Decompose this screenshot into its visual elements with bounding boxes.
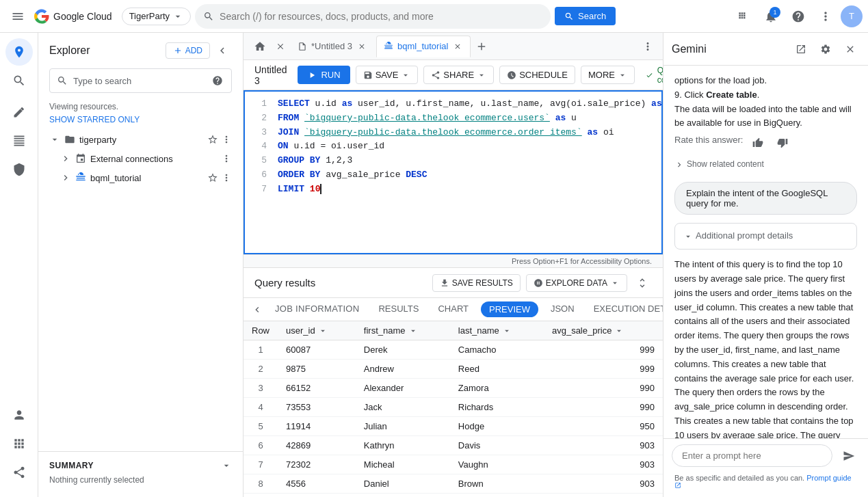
thumbs-down-btn-1[interactable] — [773, 133, 792, 152]
show-starred-link[interactable]: SHOW STARRED ONLY — [49, 115, 140, 124]
gemini-create-table-link[interactable]: Create table — [706, 90, 757, 100]
menu-icon[interactable] — [5, 4, 30, 29]
summary-chevron-icon — [221, 460, 232, 471]
add-tab-btn[interactable] — [472, 37, 491, 56]
gemini-send-btn[interactable] — [838, 445, 860, 467]
rail-search-icon[interactable] — [5, 67, 33, 94]
tab-job-info[interactable]: JOB INFORMATION — [265, 298, 369, 321]
more-vert-bqml-icon[interactable] — [221, 172, 232, 183]
col-avg-sale-price-header[interactable]: avg_sale_price — [544, 321, 663, 340]
download-icon — [440, 278, 449, 288]
explain-btn[interactable]: Explain the intent of the GoogleSQL quer… — [674, 182, 857, 215]
schedule-btn[interactable]: SCHEDULE — [499, 66, 575, 84]
search-btn-label: Search — [578, 11, 606, 21]
bqml-tutorial-item[interactable]: bqml_tutorial — [38, 168, 243, 187]
tab-bqml-tutorial[interactable]: bqml_tutorial — [376, 36, 471, 57]
rail-share-icon[interactable] — [5, 459, 33, 486]
sidebar: Explorer ADD Type to search View — [38, 33, 244, 497]
grid-icon-btn[interactable] — [731, 4, 756, 29]
open-in-new-icon — [795, 44, 806, 55]
col-last-name-header[interactable]: last_name — [450, 321, 544, 340]
tab-results[interactable]: RESULTS — [369, 298, 428, 321]
gemini-prompt-input[interactable] — [672, 444, 832, 467]
close-bqml-btn[interactable] — [452, 41, 463, 52]
gemini-prompt-area — [663, 438, 868, 472]
rail-compose-icon[interactable] — [5, 98, 33, 126]
rail-apps-icon[interactable] — [5, 430, 33, 457]
gemini-open-icon-btn[interactable] — [791, 40, 811, 59]
search-button[interactable]: Search — [555, 7, 616, 25]
share-btn[interactable]: SHARE — [423, 66, 494, 84]
rail-settings-icon[interactable] — [5, 156, 33, 183]
save-icon — [363, 70, 373, 80]
table-row: 6 42869 Kathryn Davis 903 — [244, 436, 663, 455]
save-results-btn[interactable]: SAVE RESULTS — [432, 274, 521, 292]
sort-last-name-icon — [502, 326, 512, 336]
code-line-4: 4 ON u.id = oi.user_id — [245, 139, 661, 154]
close-untitled3-btn[interactable] — [356, 41, 367, 52]
help-btn[interactable] — [786, 4, 811, 29]
thumbs-up-btn-1[interactable] — [748, 133, 767, 152]
notification-btn[interactable]: 1 — [759, 4, 783, 29]
home-icon — [254, 40, 266, 53]
results-prev-btn[interactable] — [249, 301, 265, 318]
tab-bar: *Untitled 3 bqml_tutorial — [244, 33, 663, 60]
more-vert-ext-icon[interactable] — [221, 153, 232, 164]
gemini-close-btn[interactable] — [841, 40, 860, 59]
gemini-settings-btn[interactable] — [816, 40, 835, 59]
show-related-1[interactable]: Show related content — [674, 158, 857, 171]
col-user-id-header[interactable]: user_id — [278, 321, 356, 340]
rail-explorer-icon[interactable] — [5, 38, 33, 66]
summary-header[interactable]: SUMMARY — [49, 460, 232, 471]
tab-untitled3[interactable]: *Untitled 3 — [290, 36, 375, 57]
tab-preview[interactable]: PREVIEW — [481, 301, 538, 317]
accessibility-bar: Press Option+F1 for Accessibility Option… — [244, 254, 663, 267]
external-connections-item[interactable]: External connections — [38, 149, 243, 168]
collapse-sidebar-btn[interactable] — [213, 41, 232, 60]
explore-icon — [534, 278, 543, 288]
tab-json[interactable]: JSON — [541, 298, 584, 321]
project-selector[interactable]: TigerParty — [122, 8, 191, 25]
results-table[interactable]: Row user_id first_name — [244, 321, 663, 497]
tab-more-options-btn[interactable] — [638, 37, 657, 56]
save-btn[interactable]: SAVE — [356, 66, 419, 84]
sidebar-search-box[interactable]: Type to search — [49, 68, 232, 93]
results-tabs: JOB INFORMATION RESULTS CHART PREVIEW JS… — [244, 298, 663, 321]
explore-data-btn[interactable]: EXPLORE DATA — [526, 274, 627, 292]
table-row: 3 66152 Alexander Zamora 990 — [244, 379, 663, 398]
prompt-guide-link[interactable]: Prompt guide — [806, 474, 851, 482]
code-line-1: 1 SELECT u.id as user_id, u.first_name, … — [245, 97, 661, 111]
results-panel: Query results SAVE RESULTS EXPLORE DATA — [244, 267, 663, 497]
additional-prompt-section[interactable]: Additional prompt details — [674, 223, 857, 250]
more-btn[interactable]: MORE — [581, 66, 635, 84]
code-line-7: 7 LIMIT 10 — [245, 183, 661, 197]
code-editor[interactable]: 1 SELECT u.id as user_id, u.first_name, … — [244, 90, 663, 254]
star-bqml-icon[interactable] — [207, 172, 218, 183]
more-options-btn[interactable] — [813, 4, 838, 29]
home-tab-close[interactable] — [272, 38, 289, 55]
run-btn[interactable]: RUN — [298, 66, 350, 84]
grid-icon — [737, 10, 750, 23]
code-line-6: 6 ORDER BY avg_sale_price DESC — [245, 168, 661, 183]
col-first-name-header[interactable]: first_name — [356, 321, 450, 340]
add-resource-btn[interactable]: ADD — [166, 42, 210, 59]
avatar[interactable]: T — [841, 5, 863, 27]
more-vert-project-icon[interactable] — [221, 134, 232, 145]
project-item-tigerparty[interactable]: tigerparty — [38, 130, 243, 149]
home-tab-btn[interactable] — [249, 36, 271, 57]
table-row: 2 9875 Andrew Reed 999 — [244, 360, 663, 379]
more-btn-chevron-icon — [618, 70, 627, 80]
connection-icon — [74, 152, 88, 165]
search-input[interactable] — [220, 11, 542, 22]
query-title: Untitled 3 — [254, 64, 287, 86]
topbar-search[interactable] — [195, 4, 551, 29]
results-more-btn[interactable] — [633, 273, 652, 293]
tab-execution-details[interactable]: EXECUTION DETAILS — [584, 298, 663, 321]
additional-prompt-label: Additional prompt details — [696, 229, 793, 243]
tab-chart[interactable]: CHART — [428, 298, 478, 321]
close-gemini-icon — [845, 44, 856, 55]
rail-person-icon[interactable] — [5, 401, 33, 429]
rail-table-icon[interactable] — [5, 127, 33, 155]
sidebar-search-help-icon[interactable] — [211, 74, 224, 88]
star-icon[interactable] — [207, 134, 218, 145]
